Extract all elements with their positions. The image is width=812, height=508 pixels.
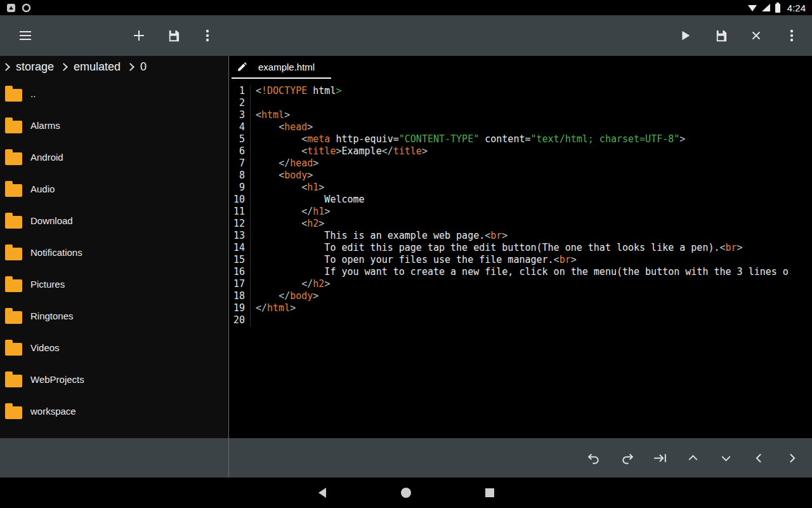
folder-icon bbox=[5, 184, 22, 197]
line-number: 17 bbox=[229, 278, 251, 290]
tab-label: example.html bbox=[258, 62, 315, 72]
line-number: 19 bbox=[229, 302, 251, 314]
line-number: 20 bbox=[229, 314, 251, 326]
tab-example-html[interactable]: example.html bbox=[232, 58, 331, 79]
overflow-menu-icon[interactable] bbox=[199, 27, 216, 44]
folder-label: Pictures bbox=[30, 279, 65, 290]
code-line: 3<html> bbox=[229, 109, 812, 121]
code-line: 8 <body> bbox=[229, 170, 812, 182]
file-manager-panel: storageemulated0 ..AlarmsAndroidAudioDow… bbox=[0, 56, 229, 438]
back-icon[interactable] bbox=[316, 486, 329, 499]
folder-label: Notifications bbox=[30, 247, 82, 258]
breadcrumb-segment[interactable]: 0 bbox=[140, 56, 147, 77]
folder-item[interactable]: Android bbox=[0, 141, 228, 173]
line-number: 2 bbox=[229, 97, 251, 109]
breadcrumb-segment[interactable]: storage bbox=[16, 56, 54, 77]
folder-item[interactable]: Alarms bbox=[0, 109, 228, 141]
line-number: 1 bbox=[229, 85, 251, 97]
breadcrumb: storageemulated0 bbox=[0, 56, 228, 77]
tab-icon[interactable] bbox=[651, 449, 669, 467]
folder-item[interactable]: .. bbox=[0, 77, 228, 109]
chevron-right-icon[interactable] bbox=[783, 449, 801, 467]
top-toolbar bbox=[0, 15, 812, 56]
chevron-right-icon bbox=[60, 63, 68, 71]
folder-label: Alarms bbox=[30, 120, 60, 131]
code-area[interactable]: 1<!DOCTYPE html>23<html>4 <head>5 <meta … bbox=[229, 79, 812, 438]
folder-item[interactable]: Audio bbox=[0, 173, 228, 204]
close-button[interactable] bbox=[747, 27, 765, 44]
line-number: 7 bbox=[229, 157, 251, 170]
code-line: 7 </head> bbox=[229, 157, 812, 170]
undo-icon[interactable] bbox=[585, 449, 603, 467]
android-nav-bar bbox=[0, 478, 812, 508]
code-line: 20 bbox=[229, 314, 812, 326]
bottom-toolbar bbox=[0, 438, 812, 478]
status-bar: 4:24 bbox=[0, 0, 812, 15]
home-icon[interactable] bbox=[400, 486, 412, 499]
chevron-right-icon bbox=[2, 63, 10, 71]
chevron-left-icon[interactable] bbox=[750, 449, 768, 467]
line-number: 4 bbox=[229, 121, 251, 133]
notification-circle-icon bbox=[22, 3, 31, 13]
folder-icon bbox=[5, 375, 22, 387]
file-manager-toolbar bbox=[0, 27, 229, 44]
folder-label: WebProjects bbox=[30, 374, 84, 385]
folder-item[interactable]: Ringtones bbox=[0, 300, 228, 331]
folder-item[interactable]: Pictures bbox=[0, 268, 228, 300]
folder-label: workspace bbox=[30, 406, 76, 417]
line-number: 10 bbox=[229, 194, 251, 206]
folder-label: .. bbox=[30, 88, 36, 99]
tab-bar: example.html bbox=[229, 56, 812, 79]
code-line: 12 <h2> bbox=[229, 218, 812, 230]
wifi-icon bbox=[747, 3, 757, 12]
folder-icon bbox=[5, 216, 22, 229]
redo-icon[interactable] bbox=[618, 449, 636, 467]
folder-icon bbox=[5, 248, 22, 260]
save-button[interactable] bbox=[164, 27, 182, 44]
overflow-menu-icon[interactable] bbox=[783, 27, 801, 44]
editor-panel: example.html 1<!DOCTYPE html>23<html>4 <… bbox=[229, 56, 812, 438]
folder-item[interactable]: WebProjects bbox=[0, 363, 228, 395]
folder-icon bbox=[5, 406, 22, 419]
folder-item[interactable]: Download bbox=[0, 204, 228, 236]
editor-action-icons bbox=[229, 449, 812, 467]
status-system-icons: 4:24 bbox=[747, 3, 806, 13]
line-number: 9 bbox=[229, 182, 251, 194]
recents-icon[interactable] bbox=[483, 486, 496, 499]
code-line: 4 <head> bbox=[229, 121, 812, 133]
folder-item[interactable]: workspace bbox=[0, 395, 228, 427]
folder-icon bbox=[5, 121, 22, 133]
line-number: 13 bbox=[229, 230, 251, 242]
status-notification-icons bbox=[6, 3, 31, 13]
code-line: 15 To open your files use the file manag… bbox=[229, 254, 812, 266]
line-number: 6 bbox=[229, 145, 251, 157]
chevron-up-icon[interactable] bbox=[684, 449, 702, 467]
folder-icon bbox=[5, 152, 22, 165]
line-number: 15 bbox=[229, 254, 251, 266]
folder-item[interactable]: Videos bbox=[0, 331, 228, 363]
line-number: 11 bbox=[229, 206, 251, 218]
chevron-down-icon[interactable] bbox=[717, 449, 735, 467]
folder-list[interactable]: ..AlarmsAndroidAudioDownloadNotification… bbox=[0, 77, 228, 438]
edit-pencil-icon bbox=[237, 61, 248, 72]
code-line: 19</html> bbox=[229, 302, 812, 314]
folder-icon bbox=[5, 343, 22, 356]
save-button[interactable] bbox=[712, 27, 730, 44]
run-button[interactable] bbox=[676, 27, 694, 44]
folder-icon bbox=[5, 89, 22, 102]
add-file-button[interactable] bbox=[130, 27, 148, 44]
app-screen: 4:24 bbox=[0, 0, 812, 508]
folder-label: Android bbox=[30, 152, 63, 163]
menu-icon[interactable] bbox=[16, 27, 34, 44]
code-line: 11 </h1> bbox=[229, 206, 812, 218]
line-number: 8 bbox=[229, 170, 251, 182]
code-line: 2 bbox=[229, 97, 812, 109]
folder-label: Videos bbox=[30, 342, 60, 353]
clock: 4:24 bbox=[787, 3, 806, 13]
folder-item[interactable]: Notifications bbox=[0, 236, 228, 268]
battery-icon bbox=[775, 3, 781, 13]
chevron-right-icon bbox=[126, 63, 134, 71]
breadcrumb-segment[interactable]: emulated bbox=[74, 56, 121, 77]
line-number: 5 bbox=[229, 133, 251, 145]
code-line: 10 Welcome bbox=[229, 194, 812, 206]
